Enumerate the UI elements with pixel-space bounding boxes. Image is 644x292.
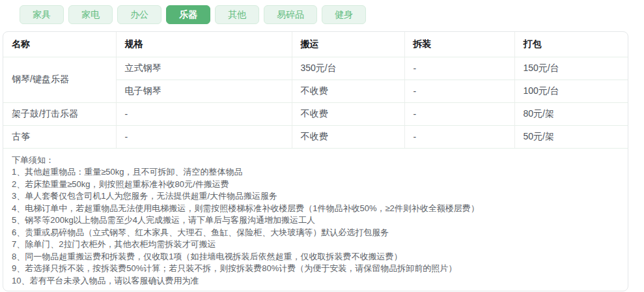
cell-spec: 电子钢琴 <box>116 80 292 102</box>
cell-pack: 80元/架 <box>514 102 628 125</box>
cell-disassemble: - <box>404 57 514 80</box>
tab-furniture[interactable]: 家具 <box>20 5 64 24</box>
tab-fragile[interactable]: 易碎品 <box>264 5 317 24</box>
table-row: 架子鼓/打击乐器 - 不收费 - 80元/架 <box>3 102 628 125</box>
table-row: 钢琴/键盘乐器 立式钢琴 350元/台 - 150元/台 <box>3 57 628 80</box>
cell-disassemble: - <box>404 80 514 102</box>
note-item: 10、若有平台未录入物品，请以客服确认费用为准 <box>12 275 619 287</box>
cell-move: 350元/台 <box>292 57 404 80</box>
cell-name: 架子鼓/打击乐器 <box>3 102 116 125</box>
cell-name: 钢琴/键盘乐器 <box>3 57 116 102</box>
cell-spec: - <box>116 102 292 125</box>
note-item: 7、除单门、2拉门衣柜外，其他衣柜均需拆装才可搬运 <box>12 239 619 251</box>
tab-office[interactable]: 办公 <box>117 5 161 24</box>
note-item: 8、同一物品超重搬运费和拆装费，仅收取1项（如挂墙电视拆装后依然超重，仅收取拆装… <box>12 251 619 263</box>
order-notes: 下单须知： 1、其他超重物品：重量≥50kg，且不可拆卸、清空的整体物品 2、若… <box>3 149 628 291</box>
cell-move: 不收费 <box>292 125 404 148</box>
cell-move: 不收费 <box>292 80 404 102</box>
cell-pack: 100元/台 <box>514 80 628 102</box>
price-table: 名称 规格 搬运 拆装 打包 钢琴/键盘乐器 立式钢琴 350元/台 - 150… <box>3 32 628 149</box>
note-item: 1、其他超重物品：重量≥50kg，且不可拆卸、清空的整体物品 <box>12 166 619 179</box>
cell-disassemble: - <box>404 102 514 125</box>
cell-name: 古筝 <box>3 125 116 148</box>
tab-other[interactable]: 其他 <box>215 5 259 24</box>
col-header-name: 名称 <box>3 32 116 57</box>
tab-fitness[interactable]: 健身 <box>322 5 366 24</box>
table-header-row: 名称 规格 搬运 拆装 打包 <box>3 32 628 57</box>
cell-spec: - <box>116 125 292 148</box>
note-item: 9、若选择只拆不装，按拆装费50%计算；若只装不拆，则按拆装费80%计费（为便于… <box>12 263 619 275</box>
tab-appliance[interactable]: 家电 <box>68 5 113 24</box>
price-panel: 名称 规格 搬运 拆装 打包 钢琴/键盘乐器 立式钢琴 350元/台 - 150… <box>3 31 628 291</box>
table-row: 古筝 - 不收费 - 50元/架 <box>3 125 628 148</box>
col-header-move: 搬运 <box>292 32 404 57</box>
note-item: 3、单人套餐仅包含司机1人为您服务，无法提供超重/大件物品搬运服务 <box>12 190 619 203</box>
notes-title: 下单须知： <box>12 154 619 167</box>
category-tabs: 家具 家电 办公 乐器 其他 易碎品 健身 <box>0 0 644 24</box>
cell-spec: 立式钢琴 <box>116 57 292 80</box>
note-item: 6、贵重或易碎物品（立式钢琴、红木家具、大理石、鱼缸、保险柜、大块玻璃等）默认必… <box>12 227 619 239</box>
tab-instrument[interactable]: 乐器 <box>166 5 210 24</box>
note-item: 4、电梯订单中，若超重物品无法使用电梯搬运，则需按照楼梯标准补收楼层费（1件物品… <box>12 203 619 215</box>
cell-disassemble: - <box>404 125 514 148</box>
note-item: 2、若床垫重量≥50kg，则按照超重标准补收80元/件搬运费 <box>12 179 619 191</box>
cell-pack: 150元/台 <box>514 57 628 80</box>
col-header-pack: 打包 <box>514 32 628 57</box>
col-header-spec: 规格 <box>116 32 292 57</box>
cell-move: 不收费 <box>292 102 404 125</box>
note-item: 5、钢琴等200kg以上物品需至少4人完成搬运，请下单后与客服沟通增加搬运工人 <box>12 214 619 227</box>
cell-pack: 50元/架 <box>514 125 628 148</box>
col-header-disassemble: 拆装 <box>404 32 514 57</box>
